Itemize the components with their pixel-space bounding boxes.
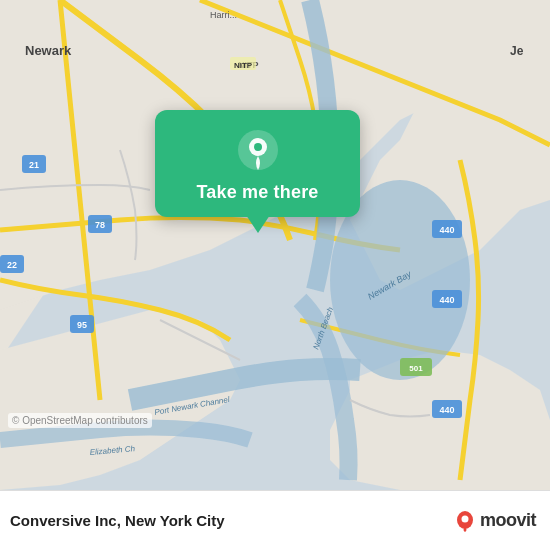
svg-point-37: [461, 515, 468, 522]
moovit-brand-name: moovit: [480, 510, 536, 531]
take-me-there-label: Take me there: [196, 182, 318, 203]
svg-text:NITP: NITP: [234, 61, 253, 70]
svg-text:440: 440: [439, 295, 454, 305]
location-pin-icon: [236, 128, 280, 172]
location-name: Conversive Inc, New York City: [10, 512, 225, 529]
map-attribution: © OpenStreetMap contributors: [8, 413, 152, 428]
moovit-logo: moovit: [454, 510, 536, 532]
svg-text:Newark: Newark: [25, 43, 72, 58]
svg-text:501: 501: [409, 364, 423, 373]
svg-text:440: 440: [439, 225, 454, 235]
svg-text:78: 78: [95, 220, 105, 230]
svg-text:440: 440: [439, 405, 454, 415]
svg-text:95: 95: [77, 320, 87, 330]
svg-text:Je: Je: [510, 44, 524, 58]
moovit-pin-icon: [454, 510, 476, 532]
svg-text:22: 22: [7, 260, 17, 270]
svg-text:21: 21: [29, 160, 39, 170]
popup-card[interactable]: Take me there: [155, 110, 360, 217]
bottom-bar: Conversive Inc, New York City moovit: [0, 490, 550, 550]
map-container: 21 78 95 22 440 440 440 501 NITP NITP Ne…: [0, 0, 550, 490]
svg-point-35: [254, 143, 262, 151]
svg-text:Harri...: Harri...: [210, 10, 237, 20]
